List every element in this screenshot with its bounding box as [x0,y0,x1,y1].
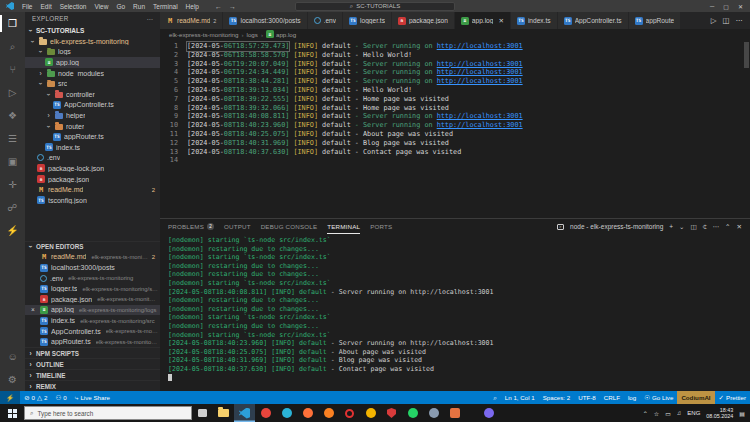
tree-item-readMe.md[interactable]: MreadMe.md2 [25,184,160,195]
tree-item-app.log[interactable]: ≡app.log [25,57,160,68]
security-shield-icon[interactable]: ☆ [654,410,659,417]
open-editor-.env[interactable]: .envelk-express-ts-monitoring [25,273,160,284]
tree-item-package.json[interactable]: npackage.json [25,174,160,185]
extensions-icon[interactable]: ❖ [0,104,25,127]
close-icon[interactable]: ✕ [498,17,503,25]
open-editor-package.json[interactable]: npackage.jsonelk-express-ts-monitoring [25,294,160,305]
battery-icon[interactable]: ▭ [665,410,671,417]
back-arrow-icon[interactable]: ← [215,3,222,10]
tab-index.ts[interactable]: TSindex.ts [511,12,558,29]
vscode-taskbar-icon[interactable] [234,404,255,422]
opera-taskbar-icon[interactable] [339,404,360,422]
eol-sequence[interactable]: CRLF [600,391,624,404]
tab-app.log[interactable]: ≡app.log✕ [455,12,511,29]
workspace-root[interactable]: › SC-TUTORIALS [25,25,160,36]
forward-arrow-icon[interactable]: → [229,3,236,10]
output-list-icon[interactable]: ☰ [0,127,25,150]
taskbar-clock[interactable]: 18:4308.05.2024 [706,407,733,419]
language-mode[interactable]: log [624,391,640,404]
more-actions-icon[interactable]: ⋯ [713,223,720,231]
problems-status[interactable]: ⊘0 △2 [20,391,51,404]
chrome-taskbar-icon[interactable] [255,404,276,422]
rest-client-icon[interactable]: ☍ [0,196,25,219]
terminal-output[interactable]: [nodemon] starting `ts-node src/index.ts… [160,234,750,391]
chromium-taskbar-icon[interactable] [360,404,381,422]
menu-help[interactable]: Help [182,3,203,10]
whatsapp-taskbar-icon[interactable] [402,404,423,422]
editor-pane[interactable]: 1[2024-05-06T18:57:29.473] [INFO] defaul… [160,39,750,218]
tree-item-logs[interactable]: ›logs [25,47,160,58]
kill-terminal-icon[interactable]: ⍧ [703,223,707,231]
maximize-icon[interactable]: ▢ [723,3,729,10]
source-control-icon[interactable]: ⑂ [0,58,25,81]
accounts-icon[interactable]: ☺ [0,345,25,368]
tree-item-index.ts[interactable]: TSindex.ts [25,142,160,153]
tree-item-.env[interactable]: .env [25,153,160,164]
menu-edit[interactable]: Edit [36,3,55,10]
run-debug-icon[interactable]: ▷ [0,81,25,104]
open-editor-index.ts[interactable]: TSindex.tselk-express-ts-monitoring/src [25,315,160,326]
prettier-status[interactable]: ✓Prettier [715,391,750,404]
search-icon[interactable]: ⌕ [0,35,25,58]
remote-indicator[interactable]: ⚡ [0,391,20,404]
maximize-panel-icon[interactable]: ⌃ [725,223,730,231]
open-editor-appRouter.ts[interactable]: TSappRouter.tselk-express-ts-monitoring.… [25,336,160,347]
speaker-icon[interactable]: ♫ [677,410,682,416]
panel-tab-output[interactable]: OUTPUT [224,219,251,234]
menu-run[interactable]: Run [129,3,149,10]
tree-item-node_modules[interactable]: ›node_modules [25,68,160,79]
file-explorer-taskbar-icon[interactable] [213,404,234,422]
open-editors-header[interactable]: › OPEN EDITORS [25,241,160,252]
tree-item-controller[interactable]: ›controller [25,89,160,100]
tree-item-elk-express-ts-monitoring[interactable]: ›elk-express-ts-monitoring [25,36,160,47]
start-button[interactable] [0,404,24,422]
live-share-button[interactable]: ⤷Live Share [71,391,114,404]
indentation[interactable]: Spaces: 2 [539,391,575,404]
panel-tab-terminal[interactable]: TERMINAL [327,219,360,234]
section-npm-scripts[interactable]: ›NPM SCRIPTS [25,347,160,358]
chevron-down-icon[interactable]: ⌄ [679,223,684,231]
menu-terminal[interactable]: Terminal [149,3,182,10]
breadcrumb-item-elk-express-ts-monitoring[interactable]: elk-express-ts-monitoring [169,31,238,38]
breadcrumb-item-logs[interactable]: logs [247,31,258,38]
tab-package.json[interactable]: npackage.json [392,12,455,29]
split-terminal-icon[interactable]: ◫ [691,223,697,231]
skype-taskbar-icon[interactable] [423,404,444,422]
thunder-client-icon[interactable]: ⚡ [0,219,25,242]
task-view-taskbar-icon[interactable] [192,404,213,422]
defender-taskbar-icon[interactable] [381,404,402,422]
firefox-taskbar-icon[interactable] [297,404,318,422]
more-actions-icon[interactable]: ⋯ [736,16,744,25]
minimize-icon[interactable]: ─ [710,3,714,10]
tab-logger.ts[interactable]: TSlogger.ts [343,12,392,29]
menu-file[interactable]: File [18,3,36,10]
tree-item-helper[interactable]: ›helper [25,110,160,121]
tab-appRoute[interactable]: TSappRoute [629,12,682,29]
breadcrumb-item-app.log[interactable]: ≡app.log [266,30,296,38]
section-remix[interactable]: ›REMIX [25,380,160,391]
panel-tab-ports[interactable]: PORTS [370,219,392,234]
zoom-indicator[interactable]: ⌕ [489,391,501,404]
tree-item-src[interactable]: ›src [25,78,160,89]
section-timeline[interactable]: ›TIMELINE [25,369,160,380]
tab-AppController.ts[interactable]: TSAppController.ts [558,12,629,29]
open-editor-logger.ts[interactable]: TSlogger.tselk-express-ts-monitoring/src… [25,283,160,294]
panel-tab-debug-console[interactable]: DEBUG CONSOLE [261,219,318,234]
taskbar-search[interactable]: ⌕Type here to search [24,406,192,420]
editor-scrollbar[interactable] [744,42,749,68]
tree-item-AppController.ts[interactable]: TSAppController.ts [25,100,160,111]
participants-status[interactable]: ⚇0 [51,391,70,404]
tab-readMe.md[interactable]: MreadMe.md2 [160,12,223,29]
testing-icon[interactable]: ✛ [0,173,25,196]
go-live-button[interactable]: ☉Go Live [640,391,677,404]
close-icon[interactable]: × [29,306,37,313]
run-file-icon[interactable]: ▷ [711,16,717,25]
open-editor-localhost:3000/posts[interactable]: TSlocalhost:3000/posts [25,262,160,273]
split-editor-icon[interactable]: ◫ [722,16,729,25]
chevron-up-icon[interactable]: ⌃ [643,410,648,417]
new-terminal-icon[interactable]: + [669,223,673,230]
tree-item-appRouter.ts[interactable]: TSappRouter.ts [25,131,160,142]
breadcrumb[interactable]: elk-express-ts-monitoring›logs›≡app.log [160,29,750,39]
command-search-box[interactable]: ⌕SC-TUTORIALS [295,2,455,11]
open-editor-readMe.md[interactable]: MreadMe.mdelk-express-ts-monito...2 [25,252,160,263]
